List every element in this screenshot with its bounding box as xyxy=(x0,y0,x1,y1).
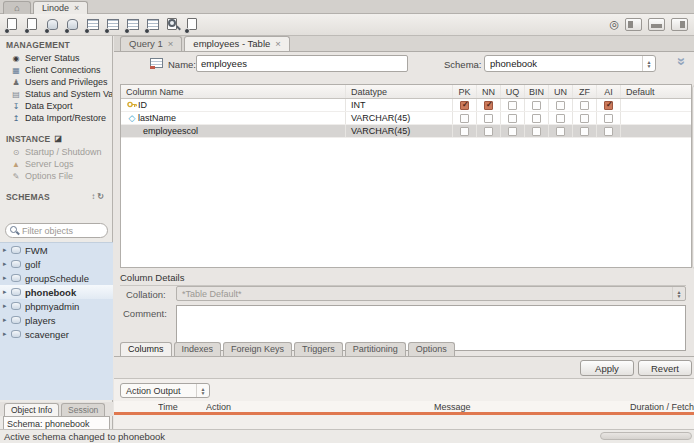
reconnect-dbms-icon[interactable] xyxy=(183,16,202,34)
tab-indexes[interactable]: Indexes xyxy=(174,342,222,356)
revert-button[interactable]: Revert xyxy=(638,360,692,376)
create-schema-icon[interactable] xyxy=(43,16,62,34)
schema-item-phonebook[interactable]: ▸phonebook xyxy=(0,285,113,299)
tab-employees-table[interactable]: employees - Table× xyxy=(184,36,290,51)
create-procedure-icon[interactable] xyxy=(123,16,142,34)
schema-item-phpmyadmin[interactable]: ▸phpmyadmin xyxy=(0,299,113,313)
nn-checkbox[interactable] xyxy=(484,101,493,110)
new-query-tab-icon[interactable] xyxy=(3,16,22,34)
home-tab[interactable]: ⌂ xyxy=(3,1,31,14)
bin-checkbox[interactable] xyxy=(532,127,541,136)
close-icon[interactable]: × xyxy=(275,38,281,49)
expander-icon[interactable]: ▸ xyxy=(3,260,11,268)
sidebar-item-client-connections[interactable]: ▦ Client Connections xyxy=(0,64,112,76)
create-table-icon[interactable] xyxy=(83,16,102,34)
tab-partitioning[interactable]: Partitioning xyxy=(345,342,406,356)
column-row-employeescol[interactable]: employeescol VARCHAR(45) xyxy=(121,125,691,138)
expander-icon[interactable]: ▸ xyxy=(3,246,11,254)
schema-item-groupschedule[interactable]: ▸groupSchedule xyxy=(0,271,113,285)
schema-item-players[interactable]: ▸players xyxy=(0,313,113,327)
zf-checkbox[interactable] xyxy=(580,114,589,123)
sidebar-item-system-variables[interactable]: ▤ Status and System Variables xyxy=(0,88,112,100)
sidebar-item-users-privileges[interactable]: ♟ Users and Privileges xyxy=(0,76,112,88)
sidebar-item-server-logs[interactable]: ▲ Server Logs xyxy=(0,158,112,170)
sidebar-item-startup-shutdown[interactable]: ⊙ Startup / Shutdown xyxy=(0,146,112,158)
zf-checkbox[interactable] xyxy=(580,127,589,136)
schema-select[interactable]: phonebook ▲▼ xyxy=(484,55,656,72)
expander-icon[interactable]: ▸ xyxy=(3,316,11,324)
output-selector[interactable]: Action Output ▲▼ xyxy=(120,383,210,398)
expander-icon[interactable]: ▸ xyxy=(3,330,11,338)
tab-foreign-keys[interactable]: Foreign Keys xyxy=(223,342,292,356)
bin-checkbox[interactable] xyxy=(532,101,541,110)
schema-item-scavenger[interactable]: ▸scavenger xyxy=(0,327,113,341)
left-panel-toggle-icon[interactable] xyxy=(625,18,642,31)
column-row-lastname[interactable]: ◇lastName VARCHAR(45) xyxy=(121,112,691,125)
col-header-un[interactable]: UN xyxy=(549,85,573,98)
uq-checkbox[interactable] xyxy=(508,101,517,110)
tab-session[interactable]: Session xyxy=(61,403,105,416)
un-checkbox[interactable] xyxy=(556,114,565,123)
right-panel-toggle-icon[interactable] xyxy=(671,18,688,31)
expander-icon[interactable]: ▸ xyxy=(3,302,11,310)
column-default[interactable] xyxy=(621,99,691,111)
stepper-icon[interactable]: ▲▼ xyxy=(672,287,685,300)
ai-checkbox[interactable] xyxy=(604,114,613,123)
expander-icon[interactable]: ▸ xyxy=(3,288,11,296)
apply-button[interactable]: Apply xyxy=(580,360,634,376)
tab-options[interactable]: Options xyxy=(408,342,455,356)
nn-checkbox[interactable] xyxy=(484,127,493,136)
schema-item-fwm[interactable]: ▸FWM xyxy=(0,243,113,257)
stepper-icon[interactable]: ▲▼ xyxy=(642,56,655,71)
sidebar-item-data-import[interactable]: ↥ Data Import/Restore xyxy=(0,112,112,124)
expander-icon[interactable]: ▸ xyxy=(3,274,11,282)
refresh-icon[interactable]: ↻ xyxy=(97,192,106,201)
table-name-input[interactable] xyxy=(196,55,408,72)
output-header-message[interactable]: Message xyxy=(434,402,624,412)
col-header-datatype[interactable]: Datatype xyxy=(346,85,453,98)
col-header-ai[interactable]: AI xyxy=(597,85,621,98)
pk-checkbox[interactable] xyxy=(460,127,469,136)
col-header-zf[interactable]: ZF xyxy=(573,85,597,98)
tab-columns[interactable]: Columns xyxy=(120,342,172,356)
tab-object-info[interactable]: Object Info xyxy=(4,403,59,416)
uq-checkbox[interactable] xyxy=(508,127,517,136)
alter-schema-icon[interactable] xyxy=(63,16,82,34)
column-row-id[interactable]: ID INT xyxy=(121,99,691,112)
nn-checkbox[interactable] xyxy=(484,114,493,123)
connection-tab-linode[interactable]: Linode× xyxy=(33,1,88,14)
uq-checkbox[interactable] xyxy=(508,114,517,123)
no-sidebar-icon[interactable]: ◎ xyxy=(609,18,619,31)
search-table-data-icon[interactable] xyxy=(163,16,182,34)
un-checkbox[interactable] xyxy=(556,101,565,110)
col-header-name[interactable]: Column Name xyxy=(121,85,346,98)
output-header-action[interactable]: Action xyxy=(206,402,434,412)
ai-checkbox[interactable] xyxy=(604,127,613,136)
sidebar-item-data-export[interactable]: ↧ Data Export xyxy=(0,100,112,112)
output-header-duration[interactable]: Duration / Fetch xyxy=(624,402,694,412)
col-header-uq[interactable]: UQ xyxy=(501,85,525,98)
collapse-header-icon[interactable]: » xyxy=(673,57,690,65)
sidebar-item-options-file[interactable]: ✎ Options File xyxy=(0,170,112,182)
collation-select[interactable]: *Table Default* ▲▼ xyxy=(176,286,686,301)
close-icon[interactable]: × xyxy=(74,3,79,13)
close-icon[interactable]: × xyxy=(168,38,174,49)
schema-item-golf[interactable]: ▸golf xyxy=(0,257,113,271)
col-header-nn[interactable]: NN xyxy=(477,85,501,98)
col-header-pk[interactable]: PK xyxy=(453,85,477,98)
open-sql-script-icon[interactable] xyxy=(23,16,42,34)
bin-checkbox[interactable] xyxy=(532,114,541,123)
ai-checkbox[interactable] xyxy=(604,101,613,110)
output-header-time[interactable]: Time xyxy=(158,402,206,412)
col-header-default[interactable]: Default xyxy=(621,85,691,98)
un-checkbox[interactable] xyxy=(556,127,565,136)
tab-triggers[interactable]: Triggers xyxy=(294,342,343,356)
schema-filter-input[interactable] xyxy=(22,226,102,236)
column-default[interactable] xyxy=(621,112,691,124)
horizontal-scrollbar[interactable] xyxy=(600,432,692,440)
bottom-panel-toggle-icon[interactable] xyxy=(648,18,665,31)
create-view-icon[interactable] xyxy=(103,16,122,34)
sidebar-item-server-status[interactable]: ◉ Server Status xyxy=(0,52,112,64)
pk-checkbox[interactable] xyxy=(460,114,469,123)
zf-checkbox[interactable] xyxy=(580,101,589,110)
